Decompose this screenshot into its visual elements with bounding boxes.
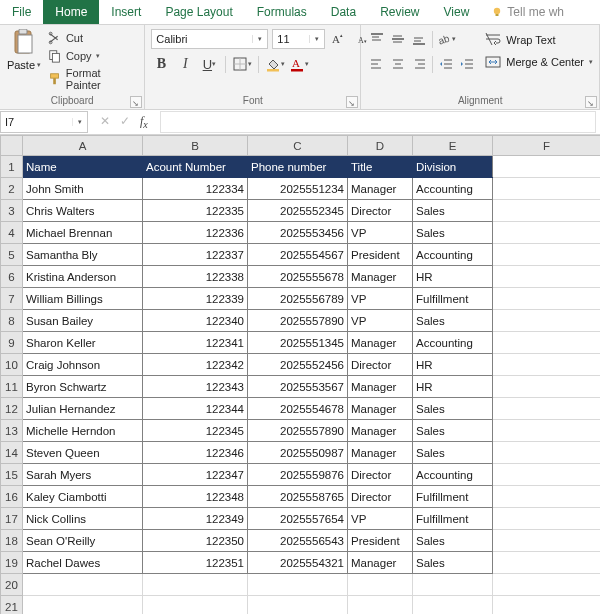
cell[interactable]: Sales	[413, 222, 493, 244]
row-header-8[interactable]: 8	[1, 310, 23, 332]
name-box[interactable]: I7 ▾	[0, 111, 88, 133]
font-launcher[interactable]	[346, 96, 358, 108]
cell[interactable]	[493, 398, 601, 420]
enter-formula-button[interactable]: ✓	[120, 114, 130, 130]
cell[interactable]: 122340	[143, 310, 248, 332]
cell[interactable]: 2025550987	[248, 442, 348, 464]
wrap-text-button[interactable]: Wrap Text	[485, 33, 593, 47]
row-header-5[interactable]: 5	[1, 244, 23, 266]
cell[interactable]: 122345	[143, 420, 248, 442]
column-header-A[interactable]: A	[23, 136, 143, 156]
bold-button[interactable]: B	[151, 54, 171, 74]
cell[interactable]: Michael Brennan	[23, 222, 143, 244]
cell[interactable]: HR	[413, 266, 493, 288]
tell-me-search[interactable]: Tell me wh	[481, 0, 564, 24]
cell[interactable]	[493, 574, 601, 596]
italic-button[interactable]: I	[175, 54, 195, 74]
cell[interactable]: Nick Collins	[23, 508, 143, 530]
align-top-button[interactable]	[367, 29, 387, 49]
formula-bar[interactable]	[160, 111, 596, 133]
cell[interactable]: Sales	[413, 398, 493, 420]
tab-data[interactable]: Data	[319, 0, 368, 24]
cell[interactable]: Kaley Ciambotti	[23, 486, 143, 508]
cell[interactable]	[493, 486, 601, 508]
cell[interactable]: Manager	[348, 398, 413, 420]
table-header-cell[interactable]: Division	[413, 156, 493, 178]
decrease-indent-button[interactable]	[436, 54, 456, 74]
cell[interactable]: 2025552345	[248, 200, 348, 222]
cell[interactable]: Manager	[348, 420, 413, 442]
cell[interactable]	[493, 200, 601, 222]
cell[interactable]: VP	[348, 310, 413, 332]
cell[interactable]: 2025553567	[248, 376, 348, 398]
cell[interactable]: Samantha Bly	[23, 244, 143, 266]
select-all-corner[interactable]	[1, 136, 23, 156]
cell[interactable]: 2025556789	[248, 288, 348, 310]
cell[interactable]	[493, 354, 601, 376]
cell[interactable]: Rachel Dawes	[23, 552, 143, 574]
cell[interactable]: 2025559876	[248, 464, 348, 486]
cell[interactable]: Sales	[413, 552, 493, 574]
worksheet-grid[interactable]: ABCDEF 1NameAcount NumberPhone numberTit…	[0, 135, 600, 614]
cell[interactable]: 122342	[143, 354, 248, 376]
chevron-down-icon[interactable]: ▾	[252, 35, 267, 43]
increase-font-button[interactable]: A▴	[329, 29, 349, 49]
cell[interactable]: Sales	[413, 200, 493, 222]
row-header-11[interactable]: 11	[1, 376, 23, 398]
table-header-cell[interactable]: Title	[348, 156, 413, 178]
cell[interactable]: Fulfillment	[413, 486, 493, 508]
cell[interactable]: 122347	[143, 464, 248, 486]
cancel-formula-button[interactable]: ✕	[100, 114, 110, 130]
cell[interactable]: Craig Johnson	[23, 354, 143, 376]
cell[interactable]	[493, 552, 601, 574]
cell[interactable]: Julian Hernandez	[23, 398, 143, 420]
orientation-button[interactable]: ab▾	[436, 29, 456, 49]
row-header-21[interactable]: 21	[1, 596, 23, 615]
cell[interactable]: VP	[348, 222, 413, 244]
paste-button[interactable]: Paste▾	[6, 29, 42, 71]
cell[interactable]: Byron Schwartz	[23, 376, 143, 398]
cell[interactable]: Director	[348, 200, 413, 222]
cell[interactable]: Manager	[348, 552, 413, 574]
format-painter-button[interactable]: Format Painter	[48, 67, 138, 91]
row-header-7[interactable]: 7	[1, 288, 23, 310]
row-header-12[interactable]: 12	[1, 398, 23, 420]
align-right-button[interactable]	[409, 54, 429, 74]
row-header-6[interactable]: 6	[1, 266, 23, 288]
row-header-19[interactable]: 19	[1, 552, 23, 574]
cell[interactable]: 2025557890	[248, 420, 348, 442]
cell[interactable]	[348, 596, 413, 615]
cell[interactable]: 122339	[143, 288, 248, 310]
cell[interactable]: President	[348, 530, 413, 552]
cell[interactable]	[493, 376, 601, 398]
cell[interactable]: 2025552456	[248, 354, 348, 376]
cell[interactable]: 2025554567	[248, 244, 348, 266]
column-header-D[interactable]: D	[348, 136, 413, 156]
cell[interactable]	[493, 332, 601, 354]
underline-button[interactable]: U▾	[199, 54, 219, 74]
cell[interactable]	[413, 574, 493, 596]
row-header-17[interactable]: 17	[1, 508, 23, 530]
cell[interactable]: Accounting	[413, 332, 493, 354]
cell[interactable]: 122334	[143, 178, 248, 200]
cell[interactable]	[493, 178, 601, 200]
font-name-selector[interactable]: Calibri ▾	[151, 29, 268, 49]
align-left-button[interactable]	[367, 54, 387, 74]
cell[interactable]: Manager	[348, 266, 413, 288]
cell[interactable]	[248, 574, 348, 596]
cell[interactable]	[493, 288, 601, 310]
table-header-cell[interactable]: Name	[23, 156, 143, 178]
cell[interactable]: VP	[348, 288, 413, 310]
cell[interactable]: Director	[348, 354, 413, 376]
tab-formulas[interactable]: Formulas	[245, 0, 319, 24]
insert-function-button[interactable]: fx	[140, 114, 148, 130]
cut-button[interactable]: Cut	[48, 31, 138, 45]
cell[interactable]	[493, 508, 601, 530]
cell[interactable]: Sales	[413, 310, 493, 332]
fill-color-button[interactable]: ▾	[265, 54, 285, 74]
cell[interactable]: 122351	[143, 552, 248, 574]
cell[interactable]: HR	[413, 376, 493, 398]
cell[interactable]	[493, 464, 601, 486]
cell[interactable]: Director	[348, 486, 413, 508]
row-header-1[interactable]: 1	[1, 156, 23, 178]
